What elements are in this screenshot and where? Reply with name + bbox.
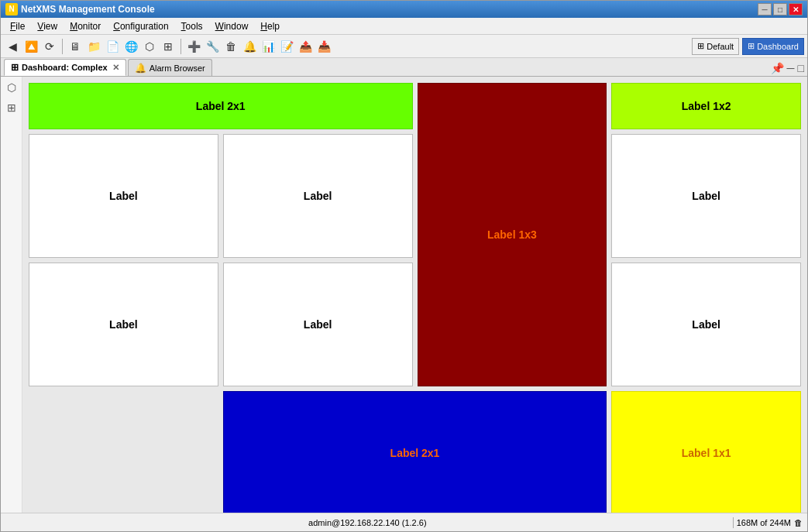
tab-dashboard-complex[interactable]: ⊞ Dashboard: Complex ✕ xyxy=(4,59,126,76)
status-separator xyxy=(733,517,734,528)
window-controls: ─ □ ✕ xyxy=(758,3,803,15)
menu-configuration[interactable]: Configuration xyxy=(107,19,174,33)
dashboard-area: Label 2x1 Label 1x3 Label 1x2 Label Labe… xyxy=(22,77,807,513)
cell-2x1-green: Label 2x1 xyxy=(29,83,413,129)
sidebar-object-icon[interactable]: ⊞ xyxy=(4,100,19,115)
tb-script-button[interactable]: 📝 xyxy=(278,38,295,55)
cell-r2c4: Label xyxy=(611,134,801,258)
cell-1x3-darkred-label: Label 1x3 xyxy=(487,228,537,241)
left-sidebar: ⬡ ⊞ xyxy=(1,77,22,513)
cell-2x1-blue: Label 2x1 xyxy=(223,391,607,513)
tb-subnet-button[interactable]: 🌐 xyxy=(122,38,139,55)
menu-monitor[interactable]: Monitor xyxy=(64,19,107,33)
layout-dashboard-button[interactable]: ⊞ Dashboard xyxy=(742,38,804,55)
cell-1x1-yellow-label: Label 1x1 xyxy=(682,447,731,459)
cell-r2c4-label: Label xyxy=(692,190,720,202)
close-button[interactable]: ✕ xyxy=(789,3,803,15)
tb-template-button[interactable]: 📄 xyxy=(104,38,121,55)
cell-r2c1-label: Label xyxy=(109,190,138,202)
tb-back-button[interactable]: ◀ xyxy=(4,38,21,55)
tab-maximize-button[interactable]: □ xyxy=(798,62,804,74)
menu-tools[interactable]: Tools xyxy=(175,19,209,33)
layout-default-label: Default xyxy=(707,42,734,51)
app-icon: N xyxy=(5,3,18,15)
menu-file[interactable]: File xyxy=(4,19,31,33)
tab-pin-button[interactable]: 📌 xyxy=(771,62,784,74)
status-user: admin@192.168.22.140 (1.2.6) xyxy=(5,518,730,527)
menu-help[interactable]: Help xyxy=(254,19,286,33)
maximize-button[interactable]: □ xyxy=(773,3,787,15)
tabs-right-controls: 📌 ─ □ xyxy=(771,62,804,76)
tab-dashboard-close[interactable]: ✕ xyxy=(112,63,119,73)
minimize-button[interactable]: ─ xyxy=(758,3,772,15)
cell-r3c1: Label xyxy=(29,263,218,386)
menu-window[interactable]: Window xyxy=(209,19,255,33)
cell-r3c2: Label xyxy=(223,263,413,386)
cell-r4c1-empty xyxy=(29,391,218,513)
tb-separator-2 xyxy=(181,39,181,54)
status-memory-text: 168M of 244M xyxy=(737,518,791,527)
tb-dashboard-new-button[interactable]: ➕ xyxy=(185,38,202,55)
menu-view[interactable]: View xyxy=(31,19,64,33)
tb-cluster-button[interactable]: ⊞ xyxy=(160,38,177,55)
layout-default-button[interactable]: ⊞ Default xyxy=(692,38,739,55)
tb-up-button[interactable]: 🔼 xyxy=(22,38,40,55)
tb-zone-button[interactable]: ⬡ xyxy=(141,38,158,55)
tb-node-button[interactable]: 🖥 xyxy=(67,38,84,55)
tabs-bar: ⊞ Dashboard: Complex ✕ 🔔 Alarm Browser 📌… xyxy=(1,58,807,77)
tb-delete-button[interactable]: 🗑 xyxy=(222,38,239,55)
cell-1x2-lime-label: Label 1x2 xyxy=(682,100,731,112)
tb-separator-1 xyxy=(62,39,63,54)
tab-alarm-browser[interactable]: 🔔 Alarm Browser xyxy=(128,59,212,76)
tb-graph-button[interactable]: 📊 xyxy=(260,38,277,55)
cell-2x1-blue-label: Label 2x1 xyxy=(390,447,440,459)
cell-1x2-lime: Label 1x2 xyxy=(611,83,801,129)
cell-r2c1: Label xyxy=(29,134,218,258)
cell-1x3-darkred: Label 1x3 xyxy=(418,83,607,386)
toolbar-right: ⊞ Default ⊞ Dashboard xyxy=(692,38,804,55)
cell-r2c2: Label xyxy=(223,134,413,258)
sidebar-nav-icon[interactable]: ⬡ xyxy=(4,80,19,95)
cell-r3c4-label: Label xyxy=(692,318,720,331)
tb-properties-button[interactable]: 🔧 xyxy=(204,38,221,55)
tab-dashboard-icon: ⊞ xyxy=(11,62,19,73)
tab-alarm-label: Alarm Browser xyxy=(150,63,205,73)
menu-bar: File View Monitor Configuration Tools Wi… xyxy=(1,18,807,35)
layout-default-icon: ⊞ xyxy=(697,41,704,51)
trash-icon[interactable]: 🗑 xyxy=(794,518,803,527)
dashboard-grid: Label 2x1 Label 1x3 Label 1x2 Label Labe… xyxy=(29,83,801,506)
tb-export-button[interactable]: 📤 xyxy=(297,38,314,55)
status-memory: 168M of 244M 🗑 xyxy=(737,518,803,527)
title-bar: N NetXMS Management Console ─ □ ✕ xyxy=(1,1,807,18)
tb-alarm-button[interactable]: 🔔 xyxy=(241,38,258,55)
main-window: N NetXMS Management Console ─ □ ✕ File V… xyxy=(0,0,808,532)
layout-dashboard-icon: ⊞ xyxy=(748,41,755,51)
layout-dashboard-label: Dashboard xyxy=(757,42,799,51)
cell-r2c2-label: Label xyxy=(304,190,332,202)
tb-refresh-button[interactable]: ⟳ xyxy=(41,38,58,55)
cell-r3c2-label: Label xyxy=(304,318,332,331)
status-bar: admin@192.168.22.140 (1.2.6) 168M of 244… xyxy=(1,513,807,531)
tab-minimize-button[interactable]: ─ xyxy=(787,62,795,74)
window-title: NetXMS Management Console xyxy=(21,4,758,15)
tab-dashboard-label: Dashboard: Complex xyxy=(22,63,108,72)
cell-2x1-green-label: Label 2x1 xyxy=(196,100,246,112)
toolbar: ◀ 🔼 ⟳ 🖥 📁 📄 🌐 ⬡ ⊞ ➕ 🔧 🗑 🔔 📊 📝 📤 📥 ⊞ Defa… xyxy=(1,35,807,58)
tb-container-button[interactable]: 📁 xyxy=(85,38,102,55)
main-content: ⬡ ⊞ Label 2x1 Label 1x3 Label 1x2 Label xyxy=(1,77,807,513)
cell-r3c1-label: Label xyxy=(109,318,138,331)
cell-r3c4: Label xyxy=(611,263,801,386)
tb-import-button[interactable]: 📥 xyxy=(315,38,332,55)
tab-alarm-icon: 🔔 xyxy=(135,63,146,74)
cell-1x1-yellow: Label 1x1 xyxy=(611,391,801,513)
